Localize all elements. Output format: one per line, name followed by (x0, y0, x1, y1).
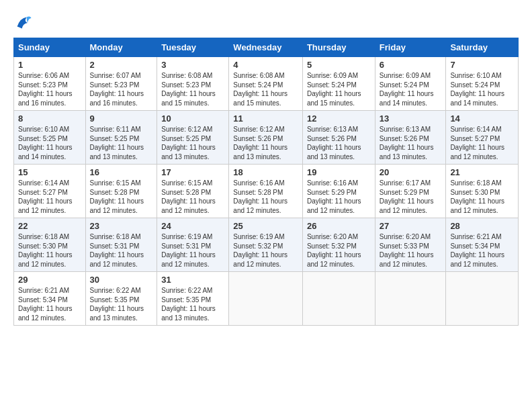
day-number: 23 (90, 221, 153, 231)
empty-cell (446, 272, 519, 326)
day-info: Sunrise: 6:12 AM Sunset: 5:25 PM Dayligh… (161, 125, 224, 161)
day-info: Sunrise: 6:18 AM Sunset: 5:30 PM Dayligh… (450, 179, 514, 215)
empty-cell (375, 272, 446, 326)
day-info: Sunrise: 6:16 AM Sunset: 5:28 PM Dayligh… (233, 179, 298, 215)
day-number: 26 (307, 221, 371, 231)
day-number: 15 (18, 167, 81, 177)
day-number: 22 (18, 221, 81, 231)
day-info: Sunrise: 6:21 AM Sunset: 5:34 PM Dayligh… (18, 286, 81, 322)
calendar-day-cell: 31 Sunrise: 6:22 AM Sunset: 5:35 PM Dayl… (157, 272, 229, 326)
day-number: 2 (90, 60, 153, 70)
calendar-week-row: 8 Sunrise: 6:10 AM Sunset: 5:25 PM Dayli… (14, 111, 519, 165)
calendar-day-cell: 14 Sunrise: 6:14 AM Sunset: 5:27 PM Dayl… (446, 111, 519, 165)
calendar-day-cell: 6 Sunrise: 6:09 AM Sunset: 5:24 PM Dayli… (375, 57, 446, 111)
day-info: Sunrise: 6:19 AM Sunset: 5:32 PM Dayligh… (233, 232, 298, 269)
day-info: Sunrise: 6:13 AM Sunset: 5:26 PM Dayligh… (307, 125, 371, 161)
day-info: Sunrise: 6:14 AM Sunset: 5:27 PM Dayligh… (18, 179, 81, 215)
calendar-day-cell: 29 Sunrise: 6:21 AM Sunset: 5:34 PM Dayl… (14, 272, 86, 326)
day-number: 14 (450, 113, 514, 124)
day-info: Sunrise: 6:09 AM Sunset: 5:24 PM Dayligh… (307, 71, 371, 107)
calendar-day-cell: 13 Sunrise: 6:13 AM Sunset: 5:26 PM Dayl… (375, 111, 446, 165)
day-number: 7 (450, 60, 514, 70)
day-number: 31 (161, 275, 224, 285)
calendar-day-cell: 7 Sunrise: 6:10 AM Sunset: 5:24 PM Dayli… (446, 57, 519, 111)
day-info: Sunrise: 6:22 AM Sunset: 5:35 PM Dayligh… (90, 286, 153, 322)
calendar-day-cell: 25 Sunrise: 6:19 AM Sunset: 5:32 PM Dayl… (229, 218, 303, 272)
day-number: 30 (90, 275, 153, 285)
day-info: Sunrise: 6:22 AM Sunset: 5:35 PM Dayligh… (161, 286, 224, 322)
day-info: Sunrise: 6:10 AM Sunset: 5:24 PM Dayligh… (450, 71, 514, 107)
logo-bird-icon (13, 13, 32, 32)
day-number: 28 (450, 221, 514, 231)
day-info: Sunrise: 6:08 AM Sunset: 5:24 PM Dayligh… (233, 71, 298, 107)
calendar-day-cell: 15 Sunrise: 6:14 AM Sunset: 5:27 PM Dayl… (14, 165, 86, 218)
day-info: Sunrise: 6:14 AM Sunset: 5:27 PM Dayligh… (450, 125, 514, 161)
day-info: Sunrise: 6:18 AM Sunset: 5:31 PM Dayligh… (90, 232, 153, 269)
calendar-day-cell: 10 Sunrise: 6:12 AM Sunset: 5:25 PM Dayl… (157, 111, 229, 165)
day-info: Sunrise: 6:15 AM Sunset: 5:28 PM Dayligh… (161, 179, 224, 215)
day-number: 10 (161, 113, 224, 124)
day-number: 18 (233, 167, 298, 177)
calendar-week-row: 22 Sunrise: 6:18 AM Sunset: 5:30 PM Dayl… (14, 218, 519, 272)
calendar-day-cell: 27 Sunrise: 6:20 AM Sunset: 5:33 PM Dayl… (375, 218, 446, 272)
calendar-week-row: 1 Sunrise: 6:06 AM Sunset: 5:23 PM Dayli… (14, 57, 519, 111)
calendar-day-cell: 5 Sunrise: 6:09 AM Sunset: 5:24 PM Dayli… (302, 57, 375, 111)
day-number: 12 (307, 113, 371, 124)
day-info: Sunrise: 6:07 AM Sunset: 5:23 PM Dayligh… (90, 71, 153, 107)
day-number: 19 (307, 167, 371, 177)
logo (13, 13, 35, 32)
calendar-day-cell: 23 Sunrise: 6:18 AM Sunset: 5:31 PM Dayl… (85, 218, 157, 272)
day-number: 27 (380, 221, 442, 231)
calendar-week-row: 15 Sunrise: 6:14 AM Sunset: 5:27 PM Dayl… (14, 165, 519, 218)
day-number: 5 (307, 60, 371, 70)
calendar-day-cell: 12 Sunrise: 6:13 AM Sunset: 5:26 PM Dayl… (302, 111, 375, 165)
day-info: Sunrise: 6:12 AM Sunset: 5:26 PM Dayligh… (233, 125, 298, 161)
day-info: Sunrise: 6:21 AM Sunset: 5:34 PM Dayligh… (450, 232, 514, 269)
day-number: 9 (90, 113, 153, 124)
day-number: 4 (233, 60, 298, 70)
calendar-day-cell: 11 Sunrise: 6:12 AM Sunset: 5:26 PM Dayl… (229, 111, 303, 165)
day-info: Sunrise: 6:10 AM Sunset: 5:25 PM Dayligh… (18, 125, 81, 161)
day-info: Sunrise: 6:16 AM Sunset: 5:29 PM Dayligh… (307, 179, 371, 215)
header-tuesday: Tuesday (157, 38, 229, 57)
day-info: Sunrise: 6:19 AM Sunset: 5:31 PM Dayligh… (161, 232, 224, 269)
day-info: Sunrise: 6:20 AM Sunset: 5:33 PM Dayligh… (380, 232, 442, 269)
day-number: 25 (233, 221, 298, 231)
header-monday: Monday (85, 38, 157, 57)
day-number: 11 (233, 113, 298, 124)
calendar-header-row: SundayMondayTuesdayWednesdayThursdayFrid… (14, 38, 519, 57)
day-info: Sunrise: 6:18 AM Sunset: 5:30 PM Dayligh… (18, 232, 81, 269)
day-number: 13 (380, 113, 442, 124)
empty-cell (229, 272, 303, 326)
day-number: 1 (18, 60, 81, 70)
calendar-day-cell: 22 Sunrise: 6:18 AM Sunset: 5:30 PM Dayl… (14, 218, 86, 272)
day-number: 3 (161, 60, 224, 70)
day-number: 16 (90, 167, 153, 177)
calendar-day-cell: 16 Sunrise: 6:15 AM Sunset: 5:28 PM Dayl… (85, 165, 157, 218)
calendar-day-cell: 20 Sunrise: 6:17 AM Sunset: 5:29 PM Dayl… (375, 165, 446, 218)
header-saturday: Saturday (446, 38, 519, 57)
calendar-day-cell: 24 Sunrise: 6:19 AM Sunset: 5:31 PM Dayl… (157, 218, 229, 272)
calendar-day-cell: 1 Sunrise: 6:06 AM Sunset: 5:23 PM Dayli… (14, 57, 86, 111)
day-number: 20 (380, 167, 442, 177)
page-header (13, 13, 519, 32)
calendar-day-cell: 4 Sunrise: 6:08 AM Sunset: 5:24 PM Dayli… (229, 57, 303, 111)
header-friday: Friday (375, 38, 446, 57)
header-sunday: Sunday (14, 38, 86, 57)
day-info: Sunrise: 6:11 AM Sunset: 5:25 PM Dayligh… (90, 125, 153, 161)
day-info: Sunrise: 6:13 AM Sunset: 5:26 PM Dayligh… (380, 125, 442, 161)
day-number: 17 (161, 167, 224, 177)
calendar-day-cell: 8 Sunrise: 6:10 AM Sunset: 5:25 PM Dayli… (14, 111, 86, 165)
day-number: 29 (18, 275, 81, 285)
header-wednesday: Wednesday (229, 38, 303, 57)
day-number: 24 (161, 221, 224, 231)
day-info: Sunrise: 6:17 AM Sunset: 5:29 PM Dayligh… (380, 179, 442, 215)
calendar-day-cell: 9 Sunrise: 6:11 AM Sunset: 5:25 PM Dayli… (85, 111, 157, 165)
day-info: Sunrise: 6:09 AM Sunset: 5:24 PM Dayligh… (380, 71, 442, 107)
calendar-day-cell: 21 Sunrise: 6:18 AM Sunset: 5:30 PM Dayl… (446, 165, 519, 218)
calendar-day-cell: 28 Sunrise: 6:21 AM Sunset: 5:34 PM Dayl… (446, 218, 519, 272)
calendar-week-row: 29 Sunrise: 6:21 AM Sunset: 5:34 PM Dayl… (14, 272, 519, 326)
calendar-day-cell: 18 Sunrise: 6:16 AM Sunset: 5:28 PM Dayl… (229, 165, 303, 218)
calendar-day-cell: 17 Sunrise: 6:15 AM Sunset: 5:28 PM Dayl… (157, 165, 229, 218)
empty-cell (302, 272, 375, 326)
